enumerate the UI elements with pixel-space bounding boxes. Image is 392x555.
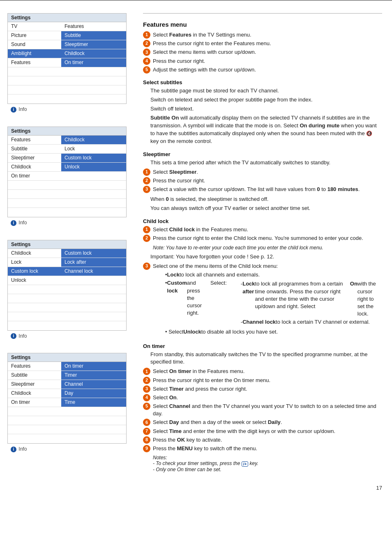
sleeptimer-body: This sets a time period after which the … [143, 159, 382, 167]
panel2-empty-4 [8, 208, 126, 217]
panel3-row-0[interactable]: Childlock Custom lock [8, 249, 126, 258]
panel1-row-3-col1: Ambilight [8, 49, 61, 58]
panel4-row-0-col2: On timer [61, 362, 126, 371]
panel1-row-1-col1: Picture [8, 31, 61, 40]
panel1-row-4[interactable]: Features On timer [8, 58, 126, 67]
panel4-row-4[interactable]: On timer Time [8, 398, 126, 407]
panel2-empty-2 [8, 190, 126, 199]
subtitle-body-1: The subtitle page must be stored for eac… [143, 87, 382, 95]
child-lock-title: Child lock [143, 218, 382, 224]
panel4-row-2[interactable]: Sleeptimer Channel [8, 380, 126, 389]
on-timer-step-5: 5Select Channel and then the TV channel … [143, 403, 382, 417]
sleep-num-3: 3 [143, 186, 150, 193]
on-timer-num-3: 3 [143, 385, 150, 393]
step-num-5: 5 [143, 66, 150, 74]
panel1-row-2[interactable]: Sound Sleeptimer [8, 40, 126, 49]
panel4-row-3[interactable]: Childlock Day [8, 389, 126, 398]
step-1: 1Select Features in the TV Settings menu… [143, 31, 382, 39]
panel3-row-2[interactable]: Custom lock Channel lock [8, 267, 126, 276]
subtitle-body-3: Switch off teletext. [143, 105, 382, 113]
on-timer-title: On timer [143, 343, 382, 349]
child-step-1: 1Select Child lock in the Features menu. [143, 226, 382, 233]
panel2-header: Settings [8, 127, 126, 136]
panel4-row-1[interactable]: Subtitle Timer [8, 371, 126, 380]
panel1-row-1-col2: Subtitle [61, 31, 126, 40]
panel2-row-4[interactable]: On timer [8, 172, 126, 181]
settings-panel-2: Settings Features Childlock Subtitle Loc… [7, 127, 128, 228]
on-timer-num-1: 1 [143, 368, 150, 375]
on-timer-num-7: 7 [143, 428, 150, 435]
on-timer-num-9: 9 [143, 445, 150, 452]
child-bullet-lock: • Lock to lock all channels and external… [165, 271, 382, 279]
panel4-row-2-col2: Channel [61, 380, 126, 389]
panel4-row-4-col1: On timer [8, 398, 61, 407]
info-icon-1: i [11, 107, 16, 113]
features-menu-title: Features menu [143, 21, 382, 28]
sleep-note-2: You can always switch off your TV earlie… [143, 205, 382, 212]
step-3: 3Select the menu items with cursor up/do… [143, 48, 382, 56]
step-num-1: 1 [143, 31, 150, 39]
settings-panel-3: Settings Childlock Custom lock Lock Lock… [7, 240, 128, 341]
panel2-row-1-col2: Lock [61, 145, 126, 153]
panel1-row-3-col2: Childlock [61, 49, 126, 58]
child-bullet-custom: • Custom lock and press the cursor right… [165, 279, 382, 327]
child-dash-channel-lock: Channel lock to lock a certain TV channe… [241, 318, 382, 326]
child-dash-list: Lock after to lock all programmes from a… [241, 280, 382, 327]
step-num-2: 2 [143, 40, 150, 47]
panel3-row-2-col1: Custom lock [8, 267, 61, 276]
panel3-header: Settings [8, 240, 126, 249]
panel2-row-1-col1: Subtitle [8, 145, 61, 153]
subtitle-body-4: Subtitle On will automatically display t… [143, 114, 382, 145]
on-timer-step-3: 3Select Timer and press the cursor right… [143, 385, 382, 393]
child-num-2: 2 [143, 235, 150, 242]
panel3-row-1-col2: Lock after [61, 258, 126, 267]
child-num-3: 3 [143, 263, 150, 270]
on-timer-num-6: 6 [143, 419, 150, 426]
panel4-empty-3 [8, 425, 126, 434]
panel3-row-1-col1: Lock [8, 258, 61, 267]
panel4-row-3-col2: Day [61, 389, 126, 398]
sleep-num-1: 1 [143, 168, 150, 176]
panel3-row-0-col1: Childlock [8, 249, 61, 258]
panel3-row-1[interactable]: Lock Lock after [8, 258, 126, 267]
panel4-info[interactable]: i Info [7, 444, 128, 454]
panel1-info[interactable]: i Info [7, 105, 128, 114]
sleep-num-2: 2 [143, 177, 150, 184]
child-num-1: 1 [143, 226, 150, 233]
panel3-info[interactable]: i Info [7, 332, 128, 341]
features-menu-steps: 1Select Features in the TV Settings menu… [143, 31, 382, 74]
child-lock-steps-1: 1Select Child lock in the Features menu.… [143, 226, 382, 242]
panel2-empty-1 [8, 181, 126, 190]
panel3-row-3[interactable]: Unlock [8, 276, 126, 285]
panel2-row-3[interactable]: Childlock Unlock [8, 163, 126, 172]
panel2-row-3-col1: Childlock [8, 163, 61, 171]
panel1-empty-1 [8, 67, 126, 76]
panel4-row-0[interactable]: Features On timer [8, 362, 126, 371]
sleeptimer-title: Sleeptimer [143, 151, 382, 157]
on-timer-steps: 1Select On timer in the Features menu. 2… [143, 368, 382, 452]
panel2-row-0-col1: Features [8, 136, 61, 144]
child-step-2: 2Press the cursor right to enter the Chi… [143, 235, 382, 242]
child-bullet-unlock: • Select Unlock to disable all locks you… [165, 328, 382, 336]
step-num-3: 3 [143, 48, 150, 56]
panel1-row-0[interactable]: TV Features [8, 22, 126, 31]
panel2-row-1[interactable]: Subtitle Lock [8, 145, 126, 154]
panel2-row-2[interactable]: Sleeptimer Custom lock [8, 154, 126, 163]
panel4-row-4-col2: Time [61, 398, 126, 407]
sleeptimer-steps: 1Select Sleeptimer. 2Press the cursor ri… [143, 168, 382, 193]
on-timer-step-8: 8Press the OK key to activate. [143, 436, 382, 444]
panel3-empty-5 [8, 321, 126, 330]
on-timer-step-7: 7Select Time and enter the time with the… [143, 428, 382, 435]
panel2-row-0[interactable]: Features Childlock [8, 136, 126, 145]
step-5: 5Adjust the settings with the cursor up/… [143, 66, 382, 74]
panel2-info[interactable]: i Info [7, 218, 128, 228]
on-timer-note-2: - Only one On timer can be set. [153, 467, 382, 472]
panel2-row-2-col1: Sleeptimer [8, 154, 61, 162]
panel1-row-3[interactable]: Ambilight Childlock [8, 49, 126, 58]
child-lock-step3: 3 Select one of the menu items of the Ch… [143, 263, 382, 337]
child-bullet-list: • Lock to lock all channels and external… [165, 271, 382, 336]
panel2-row-0-col2: Childlock [61, 136, 126, 144]
step-4: 4Press the cursor right. [143, 58, 382, 65]
panel1-row-1[interactable]: Picture Subtitle [8, 31, 126, 40]
sleep-note-1: When 0 is selected, the sleeptimer is sw… [143, 196, 382, 203]
